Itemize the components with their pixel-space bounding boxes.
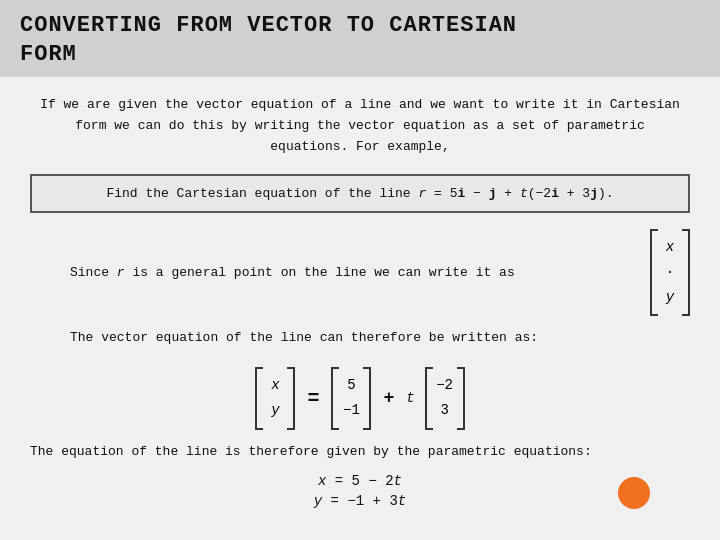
title-line2: FORM bbox=[20, 42, 77, 67]
matrix-equation: x y = 5 −1 + t −2 3 bbox=[30, 367, 690, 429]
vector-text: The vector equation of the line can ther… bbox=[70, 330, 538, 345]
title-line1: CONVERTING FROM VECTOR TO CARTESIAN bbox=[20, 13, 517, 38]
title-bar: CONVERTING FROM VECTOR TO CARTESIAN FORM bbox=[0, 0, 720, 77]
parametric-eq2: y = −1 + 3t bbox=[314, 493, 406, 509]
equals-sign: = bbox=[307, 387, 319, 410]
since-section: Since r is a general point on the line w… bbox=[30, 229, 690, 317]
example-box: Find the Cartesian equation of the line … bbox=[30, 174, 690, 213]
rhs2-matrix: −2 3 bbox=[425, 367, 465, 429]
lhs-matrix: x y bbox=[255, 367, 295, 429]
bottom-text: The equation of the line is therefore gi… bbox=[30, 444, 690, 459]
page-title: CONVERTING FROM VECTOR TO CARTESIAN FORM bbox=[20, 12, 700, 69]
orange-dot bbox=[618, 477, 650, 509]
vector-section: The vector equation of the line can ther… bbox=[30, 330, 690, 345]
t-variable: t bbox=[406, 390, 414, 406]
intro-text: If we are given the vector equation of a… bbox=[30, 95, 690, 157]
since-text: Since r is a general point on the line w… bbox=[70, 265, 650, 280]
parametric-equations: x = 5 − 2t y = −1 + 3t bbox=[30, 473, 690, 509]
plus-sign: + bbox=[383, 388, 394, 408]
page: CONVERTING FROM VECTOR TO CARTESIAN FORM… bbox=[0, 0, 720, 540]
small-matrix: x · y bbox=[650, 229, 690, 317]
rhs1-matrix: 5 −1 bbox=[331, 367, 371, 429]
parametric-eq1: x = 5 − 2t bbox=[318, 473, 402, 489]
example-text: Find the Cartesian equation of the line … bbox=[106, 186, 613, 201]
